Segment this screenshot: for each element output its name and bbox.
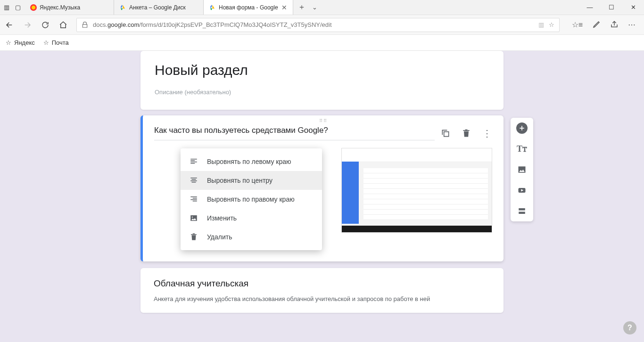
favorites-icon[interactable]: ☆≡ — [572, 20, 583, 29]
section-description[interactable]: Описание (необязательно) — [155, 89, 489, 96]
browser-toolbar: docs.google.com/forms/d/1t0ojK2psEVP_Bc3… — [0, 15, 644, 35]
svg-rect-5 — [519, 212, 525, 214]
tab-yandex-music[interactable]: Яндекс.Музыка — [25, 0, 114, 15]
favicon-google-drive — [209, 4, 216, 11]
browser-tabs: Яндекс.Музыка Анкета – Google Диск Новая… — [25, 0, 579, 15]
footer-description[interactable]: Анкета для изучения удобства использован… — [154, 295, 490, 302]
menu-delete-image[interactable]: Удалить — [181, 228, 322, 246]
footer-title[interactable]: Облачная учительская — [154, 278, 490, 289]
page-content: Новый раздел Описание (необязательно) ⠿⠿… — [0, 51, 644, 342]
bookmark-pochta[interactable]: ☆Почта — [43, 39, 69, 46]
new-tab-button[interactable]: ＋ — [298, 2, 305, 12]
align-left-icon — [189, 157, 198, 166]
menu-align-left[interactable]: Выровнять по левому краю — [181, 152, 322, 171]
menu-align-center[interactable]: Выровнять по центру — [181, 171, 322, 190]
footer-section-card[interactable]: Облачная учительская Анкета для изучения… — [140, 268, 504, 313]
tab-label: Новая форма - Google — [219, 4, 278, 11]
menu-change-image[interactable]: Изменить — [181, 209, 322, 228]
window-close[interactable]: ✕ — [622, 0, 644, 15]
svg-rect-4 — [519, 208, 525, 211]
image-context-menu: Выровнять по левому краю Выровнять по це… — [181, 148, 322, 250]
align-center-icon — [189, 176, 198, 185]
add-section-button[interactable] — [516, 205, 528, 217]
tab-google-form-active[interactable]: Новая форма - Google ✕ — [204, 0, 293, 15]
add-image-button[interactable] — [516, 164, 528, 175]
window-minimize[interactable]: ― — [579, 0, 601, 15]
trash-icon — [189, 232, 198, 242]
window-titlebar: ▥ ▢ Яндекс.Музыка Анкета – Google Диск Н… — [0, 0, 644, 15]
drag-handle-icon[interactable]: ⠿⠿ — [319, 118, 328, 123]
nav-home[interactable] — [58, 20, 68, 30]
add-question-button[interactable] — [516, 122, 528, 134]
add-video-button[interactable] — [516, 185, 528, 196]
close-tab-icon[interactable]: ✕ — [281, 4, 287, 11]
question-title[interactable]: Как часто вы пользуетесь средствами Goog… — [154, 126, 435, 140]
form-toolbox: Tᴛ — [511, 118, 533, 221]
tab-google-drive-anketa[interactable]: Анкета – Google Диск — [114, 0, 204, 15]
favicon-google-drive — [120, 4, 126, 11]
nav-back[interactable] — [5, 20, 14, 30]
address-bar[interactable]: docs.google.com/forms/d/1t0ojK2psEVP_Bc3… — [76, 18, 560, 32]
duplicate-icon[interactable] — [440, 128, 451, 138]
star-icon: ☆ — [43, 39, 49, 46]
app-icon: ▢ — [14, 4, 22, 11]
svg-point-1 — [192, 217, 193, 218]
tab-label: Анкета – Google Диск — [129, 4, 186, 11]
tab-label: Яндекс.Музыка — [40, 4, 80, 11]
reading-view-icon[interactable]: ▥ — [538, 21, 544, 28]
star-icon: ☆ — [6, 39, 11, 46]
bookmarks-bar: ☆Яндекс ☆Почта — [0, 35, 644, 51]
window-maximize[interactable]: ☐ — [601, 0, 622, 15]
nav-forward — [23, 20, 32, 30]
bookmark-yandex[interactable]: ☆Яндекс — [6, 39, 35, 46]
favicon-yandex-music — [30, 4, 37, 11]
url-text: docs.google.com/forms/d/1t0ojK2psEVP_Bc3… — [93, 21, 534, 28]
notes-icon[interactable] — [592, 20, 601, 29]
align-right-icon — [189, 195, 198, 204]
lock-icon — [82, 22, 88, 28]
taskview-icon[interactable]: ▥ — [3, 4, 10, 11]
image-icon — [189, 213, 198, 223]
favorite-star-icon[interactable]: ☆ — [549, 21, 554, 28]
section-title[interactable]: Новый раздел — [155, 62, 489, 78]
share-icon[interactable] — [610, 20, 619, 29]
section-card[interactable]: Новый раздел Описание (необязательно) — [140, 51, 504, 110]
delete-icon[interactable] — [461, 128, 471, 138]
menu-align-right[interactable]: Выровнять по правому краю — [181, 190, 322, 209]
question-card[interactable]: ⠿⠿ Как часто вы пользуетесь средствами G… — [140, 115, 504, 261]
help-button[interactable]: ? — [623, 321, 636, 334]
question-image-thumbnail[interactable] — [341, 148, 492, 233]
more-vert-icon[interactable]: ⋮ — [482, 128, 492, 138]
more-icon[interactable]: ⋯ — [628, 20, 636, 29]
tab-preview-icon[interactable]: ⌄ — [312, 4, 317, 11]
nav-refresh[interactable] — [41, 20, 50, 30]
add-title-button[interactable]: Tᴛ — [516, 143, 528, 155]
